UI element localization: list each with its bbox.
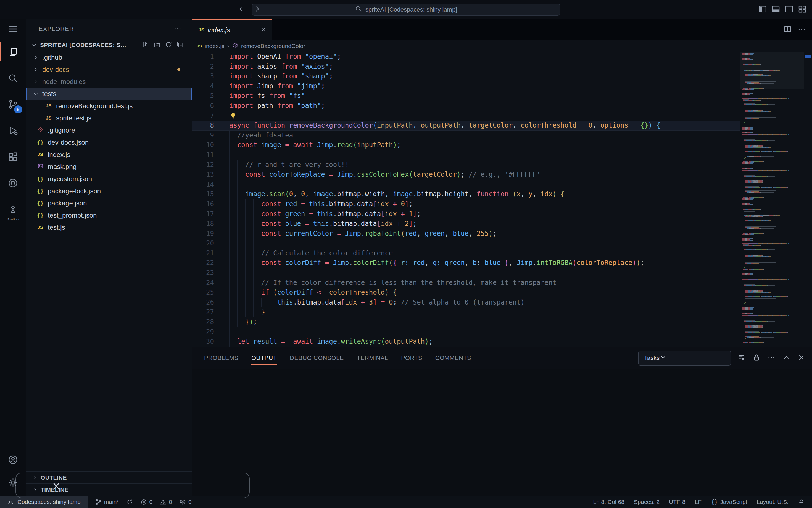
activity-menu[interactable] bbox=[0, 19, 26, 39]
status-ln-8-col-68[interactable]: Ln 8, Col 68 bbox=[593, 499, 624, 505]
code-line-24[interactable]: // If the color difference is less than … bbox=[229, 278, 740, 288]
editor-more-button[interactable] bbox=[797, 25, 806, 35]
tree-item-test_prompt.json[interactable]: {}test_prompt.json bbox=[26, 209, 192, 221]
tree-item-tests[interactable]: tests bbox=[26, 88, 192, 100]
activity-explorer[interactable] bbox=[0, 39, 26, 65]
status-broadcast[interactable]: 0 bbox=[179, 499, 192, 506]
layout-left-button[interactable] bbox=[758, 4, 767, 15]
panel-tab-output[interactable]: OUTPUT bbox=[251, 355, 277, 362]
panel-chevron-up-button[interactable] bbox=[782, 353, 790, 363]
status-remote[interactable]: Codespaces: shiny lamp bbox=[0, 496, 88, 508]
code-line-30[interactable]: let result = await image.writeAsync(outp… bbox=[229, 337, 740, 347]
layout-bottom-button[interactable] bbox=[771, 4, 780, 15]
code-line-21[interactable]: // Calculate the color difference bbox=[229, 249, 740, 258]
code-line-23[interactable] bbox=[229, 268, 740, 278]
output-channel-select[interactable]: Tasks bbox=[638, 351, 731, 366]
code-line-13[interactable]: const colorToReplace = Jimp.cssColorToHe… bbox=[229, 170, 740, 180]
code-line-9[interactable]: //yeah fdsatea bbox=[229, 131, 740, 140]
activity-dev-docs[interactable]: Dev-Docs bbox=[0, 196, 26, 222]
panel-lock-button[interactable] bbox=[752, 353, 761, 363]
tree-item-node_modules[interactable]: node_modules bbox=[26, 76, 192, 88]
code-line-10[interactable]: const image = await Jimp.read(inputPath)… bbox=[229, 140, 740, 150]
minimap[interactable] bbox=[740, 52, 804, 347]
code-line-19[interactable]: const currentColor = Jimp.rgbaToInt(red,… bbox=[229, 229, 740, 239]
activity-source-control[interactable]: 5 bbox=[0, 91, 26, 117]
tree-item-sprite.test.js[interactable]: JSsprite.test.js bbox=[26, 112, 192, 124]
breadcrumb-symbol[interactable]: removeBackgroundColor bbox=[241, 43, 305, 49]
split-editor-button[interactable] bbox=[783, 25, 792, 35]
outline-section[interactable]: OUTLINE bbox=[26, 471, 192, 483]
layout-right-button[interactable] bbox=[784, 4, 794, 15]
code-line-12[interactable]: // r and t are very cool!! bbox=[229, 160, 740, 170]
activity-extensions[interactable] bbox=[0, 143, 26, 170]
tree-item-mycustom.json[interactable]: {}mycustom.json bbox=[26, 173, 192, 185]
new-folder-button[interactable] bbox=[153, 41, 161, 49]
code-line-2[interactable]: import axios from "axios"; bbox=[229, 62, 740, 72]
activity-account[interactable] bbox=[0, 450, 26, 469]
code-line-4[interactable]: import Jimp from "jimp"; bbox=[229, 81, 740, 91]
layout-grid-button[interactable] bbox=[798, 4, 807, 15]
status-javascript[interactable]: {}JavaScript bbox=[711, 499, 747, 505]
tab-index-js[interactable]: JS index.js bbox=[192, 19, 272, 40]
panel-tab-terminal[interactable]: TERMINAL bbox=[357, 355, 388, 362]
code-line-8[interactable]: async function removeBackgroundColor(inp… bbox=[229, 121, 740, 131]
activity-run-debug[interactable] bbox=[0, 117, 26, 143]
forward-button[interactable] bbox=[252, 5, 260, 14]
output-panel-content[interactable] bbox=[192, 369, 812, 496]
code-line-17[interactable]: const green = this.bitmap.data[idx + 1]; bbox=[229, 209, 740, 219]
scrollbar[interactable] bbox=[804, 52, 812, 347]
code-line-18[interactable]: const blue = this.bitmap.data[idx + 2]; bbox=[229, 219, 740, 229]
project-header[interactable]: SPRITEAI [CODESPACES: SHINY LAMP] bbox=[26, 39, 192, 51]
close-tab-button[interactable] bbox=[260, 27, 267, 34]
status-lf[interactable]: LF bbox=[695, 499, 702, 505]
code-line-20[interactable] bbox=[229, 239, 740, 249]
code-line-25[interactable]: if (colorDiff <= colorThreshold) { bbox=[229, 288, 740, 298]
status-warning[interactable]: 0 bbox=[160, 499, 172, 506]
activity-github[interactable] bbox=[0, 170, 26, 196]
code-content[interactable]: import OpenAI from "openai";import axios… bbox=[229, 52, 740, 347]
code-line-1[interactable]: import OpenAI from "openai"; bbox=[229, 52, 740, 62]
status-bell[interactable] bbox=[798, 499, 805, 506]
sidebar-more-button[interactable] bbox=[173, 24, 182, 34]
tree-item-.gitignore[interactable]: .gitignore bbox=[26, 124, 192, 136]
code-line-29[interactable] bbox=[229, 327, 740, 337]
back-button[interactable] bbox=[238, 5, 247, 14]
status-layout-u-s-[interactable]: Layout: U.S. bbox=[757, 499, 788, 505]
timeline-section[interactable]: TIMELINE bbox=[26, 483, 192, 496]
activity-settings[interactable] bbox=[0, 469, 26, 496]
new-file-button[interactable] bbox=[142, 41, 149, 49]
code-line-3[interactable]: import sharp from "sharp"; bbox=[229, 72, 740, 81]
code-line-11[interactable] bbox=[229, 150, 740, 160]
tree-item-.github[interactable]: .github bbox=[26, 51, 192, 64]
command-center[interactable]: spriteAI [Codespaces: shiny lamp] bbox=[252, 4, 560, 16]
panel-tab-comments[interactable]: COMMENTS bbox=[435, 355, 471, 362]
code-line-16[interactable]: const red = this.bitmap.data[idx + 0]; bbox=[229, 199, 740, 209]
code-line-22[interactable]: const colorDiff = Jimp.colorDiff({ r: re… bbox=[229, 258, 740, 268]
panel-tab-debug-console[interactable]: DEBUG CONSOLE bbox=[290, 355, 343, 362]
tree-item-test.js[interactable]: JStest.js bbox=[26, 221, 192, 234]
tree-item-mask.png[interactable]: mask.png bbox=[26, 161, 192, 173]
status-utf-8[interactable]: UTF-8 bbox=[669, 499, 686, 505]
status-spaces-2[interactable]: Spaces: 2 bbox=[634, 499, 659, 505]
status-error[interactable]: 0 bbox=[140, 499, 153, 506]
panel-tab-problems[interactable]: PROBLEMS bbox=[204, 355, 238, 362]
activity-search[interactable] bbox=[0, 65, 26, 91]
tree-item-dev-docs[interactable]: dev-docs bbox=[26, 64, 192, 76]
tree-item-removeBackground.test.js[interactable]: JSremoveBackground.test.js bbox=[26, 100, 192, 112]
code-line-14[interactable] bbox=[229, 180, 740, 190]
breadcrumb-file[interactable]: index.js bbox=[205, 43, 224, 49]
panel-close-button[interactable] bbox=[797, 353, 805, 363]
code-line-7[interactable] bbox=[229, 111, 740, 121]
tree-item-package-lock.json[interactable]: {}package-lock.json bbox=[26, 185, 192, 197]
code-line-27[interactable]: } bbox=[229, 307, 740, 317]
collapse-all-button[interactable] bbox=[176, 41, 184, 49]
code-line-6[interactable]: import path from "path"; bbox=[229, 101, 740, 111]
code-line-15[interactable]: image.scan(0, 0, image.bitmap.width, ima… bbox=[229, 189, 740, 199]
tree-item-index.js[interactable]: JSindex.js bbox=[26, 149, 192, 161]
tree-item-package.json[interactable]: {}package.json bbox=[26, 197, 192, 209]
panel-tab-ports[interactable]: PORTS bbox=[401, 355, 422, 362]
code-line-28[interactable]: }); bbox=[229, 317, 740, 327]
status-sync[interactable] bbox=[126, 499, 133, 506]
tree-item-dev-docs.json[interactable]: {}dev-docs.json bbox=[26, 136, 192, 149]
panel-clear-button[interactable] bbox=[737, 353, 746, 363]
